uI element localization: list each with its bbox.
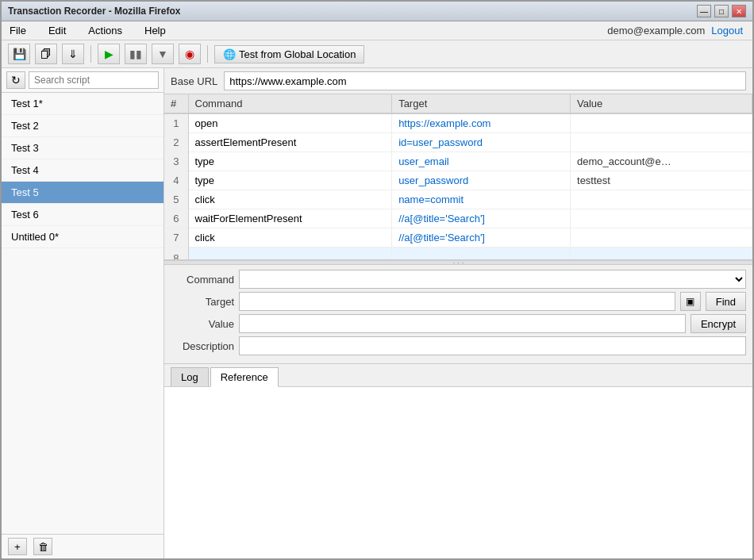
row-command: waitForElementPresent xyxy=(188,209,392,228)
col-target: Target xyxy=(392,94,571,113)
table-row[interactable]: 7 click //a[@title='Search'] xyxy=(164,228,752,247)
command-table-area: # Command Target Value 1 open https://ex… xyxy=(164,94,752,260)
row-num: 7 xyxy=(164,228,188,247)
menu-edit[interactable]: Edit xyxy=(44,23,71,38)
description-row: Description xyxy=(171,336,746,355)
export-button[interactable]: ⇓ xyxy=(62,44,84,64)
global-test-button[interactable]: 🌐 Test from Global Location xyxy=(214,45,364,63)
refresh-button[interactable]: ↻ xyxy=(6,71,25,89)
menu-actions[interactable]: Actions xyxy=(83,23,127,38)
table-row[interactable]: 5 click name=commit xyxy=(164,190,752,209)
sidebar-item-test2[interactable]: Test 2 xyxy=(2,115,163,137)
log-area xyxy=(164,387,752,558)
row-command: assertElementPresent xyxy=(188,133,392,152)
row-num: 6 xyxy=(164,209,188,228)
table-row[interactable]: 6 waitForElementPresent //a[@title='Sear… xyxy=(164,209,752,228)
window-title: Transaction Recorder - Mozilla Firefox xyxy=(8,6,180,17)
row-target: //a[@title='Search'] xyxy=(392,209,571,228)
command-select[interactable] xyxy=(239,270,746,289)
find-button[interactable]: Find xyxy=(706,292,746,311)
target-selector-button[interactable]: ▣ xyxy=(680,292,701,311)
row-value xyxy=(571,247,752,261)
sidebar-item-test5[interactable]: Test 5 xyxy=(2,182,163,204)
command-label: Command xyxy=(171,274,234,286)
table-row[interactable]: 3 type user_email demo_account@e… xyxy=(164,152,752,171)
description-label: Description xyxy=(171,340,234,352)
minimize-button[interactable]: — xyxy=(697,5,711,17)
user-info: demo@example.com Logout xyxy=(607,25,743,36)
main-window: Transaction Recorder - Mozilla Firefox —… xyxy=(0,0,754,560)
play-button[interactable]: ▶ xyxy=(98,44,120,64)
logout-link[interactable]: Logout xyxy=(711,25,743,36)
col-command: Command xyxy=(188,94,392,113)
table-row[interactable]: 2 assertElementPresent id=user_password xyxy=(164,133,752,152)
value-row: Value Encrypt xyxy=(171,314,746,333)
encrypt-button[interactable]: Encrypt xyxy=(691,314,746,333)
row-num: 1 xyxy=(164,113,188,133)
row-num: 2 xyxy=(164,133,188,152)
row-value: testtest xyxy=(571,171,752,190)
table-row[interactable]: 1 open https://example.com xyxy=(164,113,752,133)
description-input[interactable] xyxy=(239,336,746,355)
sidebar: ↻ Test 1* Test 2 Test 3 Test 4 Test 5 Te… xyxy=(2,68,164,558)
log-reference-tabs: Log Reference xyxy=(164,364,752,387)
value-input[interactable] xyxy=(239,314,686,333)
row-target: user_password xyxy=(392,171,571,190)
close-button[interactable]: ✕ xyxy=(732,5,746,17)
command-editor: Command Target ▣ Find Value Encrypt xyxy=(164,265,752,364)
row-num: 5 xyxy=(164,190,188,209)
sidebar-item-test3[interactable]: Test 3 xyxy=(2,137,163,159)
row-command: type xyxy=(188,152,392,171)
sidebar-toolbar: ↻ xyxy=(2,68,163,93)
table-row[interactable]: 4 type user_password testtest xyxy=(164,171,752,190)
sidebar-item-test1[interactable]: Test 1* xyxy=(2,93,163,115)
tab-reference[interactable]: Reference xyxy=(210,367,279,387)
target-input[interactable] xyxy=(239,292,675,311)
row-value xyxy=(571,133,752,152)
row-command: type xyxy=(188,171,392,190)
save-button[interactable]: 💾 xyxy=(8,44,30,64)
row-command: click xyxy=(188,228,392,247)
row-target: https://example.com xyxy=(392,113,571,133)
command-table: # Command Target Value 1 open https://ex… xyxy=(164,94,752,260)
value-label: Value xyxy=(171,318,234,330)
globe-icon: 🌐 xyxy=(223,48,236,60)
base-url-bar: Base URL xyxy=(164,68,752,94)
row-num: 4 xyxy=(164,171,188,190)
record-button[interactable]: ◉ xyxy=(179,44,201,64)
row-command: open xyxy=(188,113,392,133)
row-value xyxy=(571,209,752,228)
sidebar-item-test4[interactable]: Test 4 xyxy=(2,159,163,182)
sidebar-item-test6[interactable]: Test 6 xyxy=(2,204,163,226)
step-button[interactable]: ▼ xyxy=(152,44,174,64)
target-label: Target xyxy=(171,296,234,308)
menu-file[interactable]: File xyxy=(5,23,31,38)
row-value xyxy=(571,228,752,247)
row-target xyxy=(392,247,571,261)
user-email: demo@example.com xyxy=(607,25,705,36)
window-controls: — □ ✕ xyxy=(697,5,746,17)
save-as-button[interactable]: 🗍 xyxy=(35,44,57,64)
menu-items: File Edit Actions Help xyxy=(5,23,171,38)
pause-button[interactable]: ▮▮ xyxy=(125,44,147,64)
row-value xyxy=(571,190,752,209)
content-area: Base URL # Command Target Value xyxy=(164,68,752,558)
col-num: # xyxy=(164,94,188,113)
row-command xyxy=(188,247,392,261)
search-input[interactable] xyxy=(29,71,159,89)
table-header-row: # Command Target Value xyxy=(164,94,752,113)
global-test-label: Test from Global Location xyxy=(239,48,356,60)
base-url-input[interactable] xyxy=(224,71,746,90)
toolbar-separator-2 xyxy=(207,45,208,63)
delete-test-button[interactable]: 🗑 xyxy=(33,538,52,555)
sidebar-item-untitled0[interactable]: Untitled 0* xyxy=(2,226,163,248)
add-test-button[interactable]: + xyxy=(8,538,27,555)
base-url-label: Base URL xyxy=(171,75,217,87)
row-target: user_email xyxy=(392,152,571,171)
menu-help[interactable]: Help xyxy=(140,23,171,38)
restore-button[interactable]: □ xyxy=(714,5,729,17)
sidebar-list: Test 1* Test 2 Test 3 Test 4 Test 5 Test… xyxy=(2,93,163,534)
tab-log[interactable]: Log xyxy=(171,367,209,386)
row-target: //a[@title='Search'] xyxy=(392,228,571,247)
row-command: click xyxy=(188,190,392,209)
